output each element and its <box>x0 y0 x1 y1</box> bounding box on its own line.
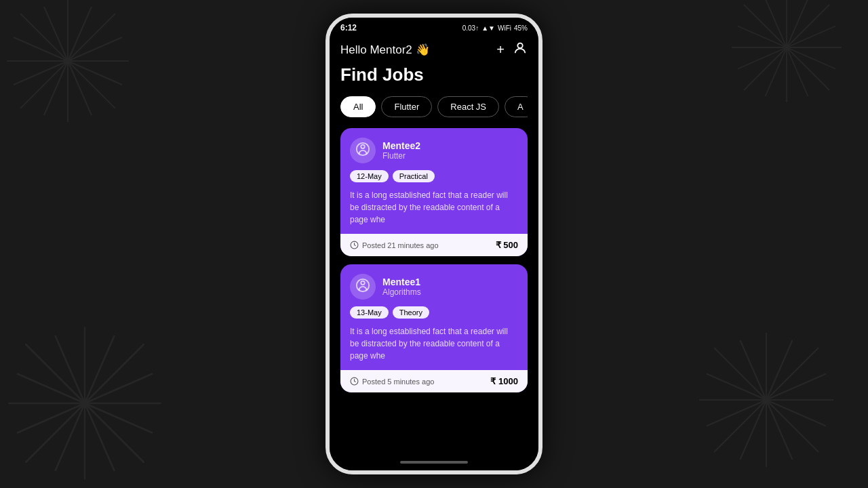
filter-chip-more[interactable]: A <box>505 96 528 117</box>
job-card-2-price: ₹ 1000 <box>490 376 518 386</box>
job-card-1-price: ₹ 500 <box>496 240 518 250</box>
job-card-2-avatar <box>350 274 376 300</box>
filter-chip-reactjs[interactable]: React JS <box>437 96 499 117</box>
avatar-icon-1 <box>355 142 370 160</box>
add-icon[interactable]: + <box>496 42 505 58</box>
job-card-1[interactable]: Mentee2 Flutter 12-May Practical It is a… <box>340 128 528 256</box>
job-card-1-name: Mentee2 <box>382 140 518 151</box>
status-bar: 6:12 0.03↑ ▲▼ WiFi 45% <box>330 18 538 35</box>
job-card-2-info: Mentee1 Algorithms <box>382 277 518 297</box>
status-battery: 45% <box>514 24 528 32</box>
filter-chip-flutter[interactable]: Flutter <box>381 96 432 117</box>
job-card-2-header: Mentee1 Algorithms <box>350 274 518 300</box>
phone-frame: 6:12 0.03↑ ▲▼ WiFi 45% Hello Mentor2 👋 +… <box>326 14 542 474</box>
status-time: 6:12 <box>340 23 357 33</box>
job-card-1-posted: Posted 21 minutes ago <box>362 241 439 249</box>
status-data: 0.03↑ <box>462 24 479 32</box>
app-header-title: Hello Mentor2 👋 <box>340 43 430 57</box>
job-card-1-tag-date: 12-May <box>350 170 389 182</box>
job-card-2-tags: 13-May Theory <box>350 306 518 319</box>
job-card-1-info: Mentee2 Flutter <box>382 140 518 161</box>
job-card-1-time: Posted 21 minutes ago <box>350 241 439 249</box>
job-card-1-category: Flutter <box>382 151 518 161</box>
job-card-1-footer: Posted 21 minutes ago ₹ 500 <box>340 234 528 256</box>
profile-icon[interactable] <box>513 41 528 59</box>
job-card-2-tag-type: Theory <box>393 306 429 319</box>
app-header-actions: + <box>496 41 528 59</box>
svg-point-37 <box>361 281 365 285</box>
job-card-2-description: It is a long established fact that a rea… <box>350 325 518 362</box>
job-card-1-avatar <box>350 138 376 163</box>
svg-point-32 <box>517 43 522 48</box>
job-card-2-name: Mentee1 <box>382 277 518 287</box>
job-card-1-tags: 12-May Practical <box>350 170 518 182</box>
phone-bottom <box>330 454 538 470</box>
svg-point-34 <box>361 144 365 148</box>
app-content: Find Jobs All Flutter React JS A <box>330 64 538 454</box>
job-card-2-tag-date: 13-May <box>350 306 389 319</box>
job-card-1-tag-type: Practical <box>393 170 435 182</box>
status-wifi: WiFi <box>498 24 511 32</box>
avatar-icon-2 <box>355 278 370 296</box>
job-card-1-description: It is a long established fact that a rea… <box>350 189 518 226</box>
job-card-2-category: Algorithms <box>382 287 518 297</box>
filter-chip-all[interactable]: All <box>340 96 376 117</box>
status-signal: ▲▼ <box>481 24 495 32</box>
job-card-1-body: Mentee2 Flutter 12-May Practical It is a… <box>340 128 528 234</box>
home-indicator <box>400 461 468 464</box>
job-card-2-posted: Posted 5 minutes ago <box>362 378 434 386</box>
filter-row: All Flutter React JS A <box>340 96 528 117</box>
job-card-2-time: Posted 5 minutes ago <box>350 377 434 386</box>
job-card-2-footer: Posted 5 minutes ago ₹ 1000 <box>340 370 528 392</box>
job-card-2[interactable]: Mentee1 Algorithms 13-May Theory It is a… <box>340 264 528 392</box>
job-card-1-header: Mentee2 Flutter <box>350 138 518 163</box>
job-card-2-body: Mentee1 Algorithms 13-May Theory It is a… <box>340 264 528 370</box>
page-title: Find Jobs <box>340 64 528 85</box>
app-header: Hello Mentor2 👋 + <box>330 35 538 64</box>
status-right: 0.03↑ ▲▼ WiFi 45% <box>462 24 528 32</box>
